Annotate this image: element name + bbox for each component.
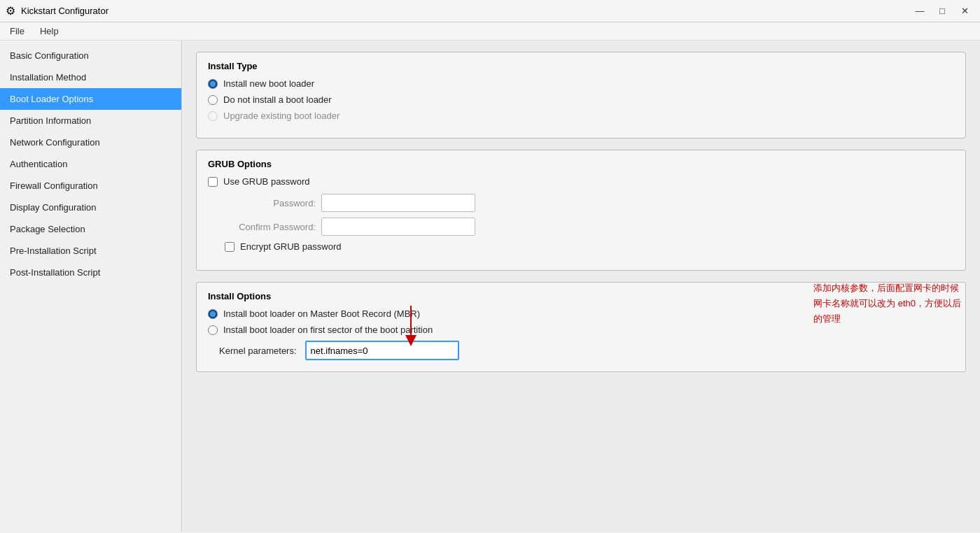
mbr-label: Install boot loader on Master Boot Recor… <box>223 308 420 319</box>
kernel-parameters-row: Kernel parameters: <box>208 341 954 360</box>
install-new-label: Install new boot loader <box>223 78 314 89</box>
sidebar: Basic ConfigurationInstallation MethodBo… <box>0 41 182 532</box>
upgrade-existing-row: Upgrade existing boot loader <box>208 111 954 121</box>
grub-options-title: GRUB Options <box>208 159 954 169</box>
install-options-title: Install Options <box>208 291 954 301</box>
boot-partition-radio[interactable] <box>208 325 218 335</box>
do-not-install-radio[interactable] <box>208 95 218 105</box>
content-area: Install Type Install new boot loader Do … <box>182 41 980 532</box>
upgrade-existing-radio[interactable] <box>208 111 218 121</box>
do-not-install-row: Do not install a boot loader <box>208 94 954 105</box>
window-controls: — □ ✕ <box>910 3 974 19</box>
use-grub-password-checkbox[interactable] <box>208 177 218 187</box>
sidebar-item-network-configuration[interactable]: Network Configuration <box>0 132 181 153</box>
mbr-row: Install boot loader on Master Boot Recor… <box>208 308 954 319</box>
menu-bar: File Help <box>0 22 980 41</box>
confirm-password-label: Confirm Password: <box>225 222 316 232</box>
main-container: Basic ConfigurationInstallation MethodBo… <box>0 41 980 532</box>
install-options-section: Install Options 添加内核参数，后面配置网卡的时候 网卡名称就可以… <box>196 282 966 372</box>
use-grub-password-row: Use GRUB password <box>208 176 954 187</box>
install-type-section: Install Type Install new boot loader Do … <box>196 52 966 138</box>
annotation-box: 添加内核参数，后面配置网卡的时候 网卡名称就可以改为 eth0，方便以后 的管理 <box>813 280 961 327</box>
boot-partition-label: Install boot loader on first sector of t… <box>223 325 433 335</box>
kernel-row-container: Kernel parameters: <box>208 341 954 360</box>
sidebar-item-post-installation-script[interactable]: Post-Installation Script <box>0 262 181 283</box>
encrypt-grub-row: Encrypt GRUB password <box>208 241 954 252</box>
sidebar-item-installation-method[interactable]: Installation Method <box>0 66 181 88</box>
sidebar-item-basic-configuration[interactable]: Basic Configuration <box>0 45 181 66</box>
password-label: Password: <box>225 198 316 208</box>
sidebar-item-firewall-configuration[interactable]: Firewall Configuration <box>0 175 181 197</box>
kernel-parameters-label: Kernel parameters: <box>219 346 297 356</box>
mbr-radio[interactable] <box>208 309 218 319</box>
grub-options-section: GRUB Options Use GRUB password Password:… <box>196 150 966 271</box>
encrypt-grub-checkbox[interactable] <box>225 242 234 252</box>
install-type-title: Install Type <box>208 61 954 71</box>
boot-partition-row: Install boot loader on first sector of t… <box>208 325 954 335</box>
sidebar-item-partition-information[interactable]: Partition Information <box>0 110 181 132</box>
sidebar-item-display-configuration[interactable]: Display Configuration <box>0 197 181 218</box>
install-options-content: 添加内核参数，后面配置网卡的时候 网卡名称就可以改为 eth0，方便以后 的管理… <box>208 308 954 360</box>
do-not-install-label: Do not install a boot loader <box>223 94 332 105</box>
sidebar-item-pre-installation-script[interactable]: Pre-Installation Script <box>0 240 181 262</box>
install-new-row: Install new boot loader <box>208 78 954 89</box>
password-input[interactable] <box>321 194 475 212</box>
confirm-password-row: Confirm Password: <box>208 218 954 236</box>
encrypt-grub-label: Encrypt GRUB password <box>240 241 342 252</box>
confirm-password-input[interactable] <box>321 218 475 236</box>
app-icon: ⚙ <box>6 4 15 17</box>
title-bar: ⚙ Kickstart Configurator — □ ✕ <box>0 0 980 22</box>
password-row: Password: <box>208 194 954 212</box>
app-title: Kickstart Configurator <box>21 6 108 16</box>
sidebar-item-package-selection[interactable]: Package Selection <box>0 218 181 240</box>
sidebar-item-authentication[interactable]: Authentication <box>0 153 181 175</box>
minimize-button[interactable]: — <box>910 3 930 19</box>
install-new-radio[interactable] <box>208 79 218 89</box>
menu-file[interactable]: File <box>3 24 31 38</box>
upgrade-existing-label: Upgrade existing boot loader <box>223 111 340 121</box>
maximize-button[interactable]: □ <box>932 3 952 19</box>
use-grub-password-label: Use GRUB password <box>223 176 310 187</box>
menu-help[interactable]: Help <box>33 24 66 38</box>
kernel-parameters-input[interactable] <box>305 341 459 360</box>
close-button[interactable]: ✕ <box>955 3 974 19</box>
sidebar-item-boot-loader-options[interactable]: Boot Loader Options <box>0 88 181 110</box>
